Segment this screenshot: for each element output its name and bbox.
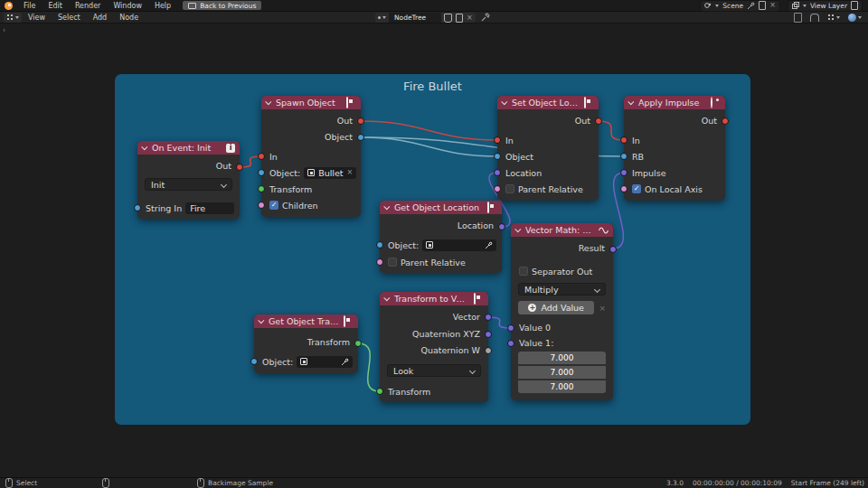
socket-impulse-in[interactable] (620, 169, 627, 176)
remove-value-icon[interactable]: × (599, 304, 606, 313)
socket-quaternion-w-out[interactable] (485, 347, 492, 354)
node-on-event-init[interactable]: On Event: Init i Out Init String In Fire (137, 141, 240, 219)
node-set-object-location[interactable]: Set Object Location Out In Object Locati… (497, 96, 599, 201)
socket-children-in[interactable] (258, 202, 265, 209)
socket-out-exec[interactable] (595, 117, 602, 125)
add-value-button[interactable]: + Add Value (518, 301, 594, 314)
socket-location-in[interactable] (494, 169, 501, 176)
socket-vector-out[interactable] (485, 314, 492, 321)
menu-add[interactable]: Add (87, 14, 114, 22)
blender-logo-icon[interactable] (5, 2, 13, 10)
value-x-field[interactable]: 7.000 (518, 352, 606, 364)
socket-object-out[interactable] (357, 134, 364, 141)
eyedropper-icon[interactable] (485, 241, 493, 249)
socket-out-exec[interactable] (722, 117, 729, 125)
snapping-button[interactable] (808, 13, 821, 23)
menu-help[interactable]: Help (148, 2, 177, 10)
chevron-down-icon[interactable] (514, 226, 521, 232)
clear-object-icon[interactable]: × (347, 169, 354, 176)
value-y-field[interactable]: 7.000 (518, 366, 606, 379)
on-local-axis-checkbox[interactable]: ✓ (632, 184, 641, 193)
chevron-down-icon[interactable] (383, 203, 390, 210)
socket-string-in[interactable] (134, 204, 141, 211)
node-header[interactable]: Apply Impulse (624, 96, 725, 109)
node-editor-canvas[interactable]: › Fire Bullet On Event: Init i Out Init … (0, 23, 868, 477)
node-get-object-transform[interactable]: Get Object Transform Transform Object: (254, 314, 358, 373)
shading-button[interactable] (846, 13, 863, 23)
event-mode-dropdown[interactable]: Init (145, 178, 232, 191)
string-in-input[interactable]: Fire (185, 202, 234, 214)
socket-result-out[interactable] (609, 246, 617, 253)
menu-render[interactable]: Render (69, 2, 107, 10)
node-header[interactable]: Vector Math: Multiply (511, 223, 613, 237)
menu-file[interactable]: File (17, 2, 42, 10)
socket-on-local-axis-in[interactable] (620, 185, 627, 192)
socket-in-exec[interactable] (258, 153, 265, 160)
eyedropper-icon[interactable] (747, 2, 755, 10)
node-transform-to-vector[interactable]: Transform to Vector Vector Quaternion XY… (380, 292, 488, 402)
new-tree-icon[interactable] (456, 14, 463, 23)
fake-user-icon[interactable] (444, 14, 452, 23)
chevron-down-icon[interactable] (141, 144, 147, 150)
node-apply-impulse[interactable]: Apply Impulse Out In RB Impulse ✓ On Loc… (624, 96, 725, 201)
socket-parent-relative-in[interactable] (376, 258, 383, 266)
socket-in-exec[interactable] (494, 136, 501, 144)
parent-relative-checkbox[interactable] (505, 184, 514, 193)
node-header[interactable]: Get Object Location (380, 201, 502, 214)
node-header[interactable]: Transform to Vector (380, 292, 488, 305)
value-z-field[interactable]: 7.000 (518, 380, 606, 393)
menu-view[interactable]: View (22, 14, 52, 22)
children-checkbox[interactable]: ✓ (269, 201, 278, 210)
object-field[interactable] (422, 239, 496, 251)
unlink-scene-icon[interactable]: × (769, 2, 776, 9)
socket-value0-in[interactable] (507, 324, 514, 332)
node-header[interactable]: Spawn Object (261, 96, 361, 109)
menu-window[interactable]: Window (107, 2, 148, 10)
socket-quaternion-xyz-out[interactable] (485, 331, 492, 338)
socket-object-in[interactable] (494, 153, 501, 160)
browse-tree-button[interactable] (375, 13, 389, 23)
chevron-down-icon[interactable] (383, 295, 390, 301)
parent-toggle-button[interactable] (792, 13, 804, 23)
chevron-down-icon[interactable] (501, 99, 507, 105)
copy-view-layer-icon[interactable] (851, 1, 858, 10)
socket-value1-in[interactable] (507, 340, 514, 347)
collapsed-panel-arrow-icon[interactable]: › (3, 26, 5, 34)
unlink-tree-icon[interactable]: × (467, 14, 473, 22)
overlays-button[interactable] (826, 13, 842, 23)
view-layer-selector[interactable]: View Layer (788, 0, 863, 12)
parent-relative-checkbox[interactable] (388, 258, 397, 267)
back-to-previous-button[interactable]: Back to Previous (183, 1, 261, 10)
socket-out-exec[interactable] (236, 164, 243, 171)
socket-out-exec[interactable] (357, 117, 364, 125)
node-spawn-object[interactable]: Spawn Object Out Object In Object: Bulle… (261, 96, 361, 217)
socket-rb-in[interactable] (620, 153, 627, 160)
node-header[interactable]: On Event: Init i (137, 141, 240, 155)
node-header[interactable]: Set Object Location (497, 96, 599, 109)
socket-object-in[interactable] (376, 241, 383, 249)
node-vector-math[interactable]: Vector Math: Multiply Result Separator O… (511, 223, 613, 400)
node-header[interactable]: Get Object Transform (254, 314, 358, 328)
chevron-down-icon[interactable] (265, 99, 271, 105)
socket-transform-in[interactable] (376, 388, 383, 395)
object-field[interactable]: Bullet × (304, 167, 356, 179)
pin-icon[interactable] (481, 13, 490, 23)
separator-out-checkbox[interactable] (519, 267, 528, 276)
chevron-down-icon[interactable] (258, 317, 264, 324)
menu-node[interactable]: Node (113, 14, 145, 22)
chevron-down-icon[interactable] (627, 99, 634, 105)
object-field[interactable] (297, 356, 353, 368)
operation-dropdown[interactable]: Multiply (518, 283, 606, 296)
socket-object-in[interactable] (250, 358, 258, 365)
scene-selector[interactable]: Scene × (700, 0, 780, 12)
socket-parent-relative-in[interactable] (494, 185, 501, 192)
node-get-object-location[interactable]: Get Object Location Location Object: Par… (380, 201, 502, 273)
mode-dropdown[interactable]: Look (387, 364, 481, 377)
node-tree-name[interactable]: NodeTree (389, 13, 441, 23)
socket-transform-out[interactable] (354, 340, 362, 347)
menu-select[interactable]: Select (52, 14, 87, 22)
editor-type-selector[interactable] (4, 13, 22, 23)
new-scene-icon[interactable] (759, 1, 766, 10)
socket-location-out[interactable] (498, 223, 505, 230)
socket-transform-in[interactable] (258, 185, 265, 192)
